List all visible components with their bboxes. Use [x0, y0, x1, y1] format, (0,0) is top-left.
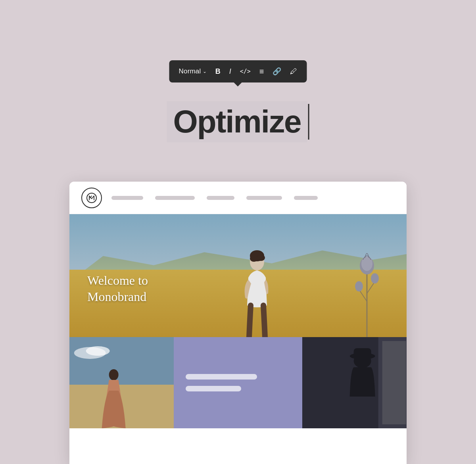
hero-person [233, 250, 281, 337]
formatting-toolbar: Normal ⌄ B I </> ≡ 🔗 🖊 [169, 60, 307, 82]
list-button[interactable]: ≡ [256, 65, 267, 79]
bottom-panel-3 [302, 337, 407, 428]
svg-point-5 [257, 255, 265, 261]
hero-title-line1: Welcome to [87, 272, 148, 289]
nav-link-1[interactable] [111, 196, 143, 200]
nav-link-3[interactable] [207, 196, 234, 200]
text-bar-2 [186, 386, 241, 391]
text-cursor [308, 104, 309, 140]
hero-image: Welcome to Monobrand [69, 214, 407, 337]
hero-plant [351, 238, 383, 337]
svg-rect-21 [382, 341, 406, 424]
link-button[interactable]: 🔗 [269, 65, 284, 78]
bold-button[interactable]: B [212, 65, 224, 78]
logo-icon [86, 192, 97, 203]
italic-button[interactable]: I [226, 65, 234, 78]
svg-rect-24 [353, 348, 371, 358]
nav-links [111, 196, 395, 200]
panel3-image [302, 337, 407, 428]
svg-point-4 [250, 255, 258, 262]
chevron-down-icon: ⌄ [203, 69, 207, 74]
svg-point-0 [87, 193, 96, 203]
text-bar-1 [186, 374, 257, 380]
hero-title-line2: Monobrand [87, 289, 148, 305]
nav-link-5[interactable] [294, 196, 318, 200]
svg-line-7 [359, 290, 367, 301]
bottom-panel-2 [174, 337, 302, 428]
svg-rect-14 [69, 337, 174, 385]
svg-point-18 [109, 369, 119, 380]
svg-point-11 [355, 281, 363, 291]
browser-navbar [69, 182, 407, 214]
nav-link-4[interactable] [246, 196, 282, 200]
code-button[interactable]: </> [237, 65, 254, 77]
hero-title: Welcome to Monobrand [87, 272, 148, 305]
svg-point-12 [371, 273, 379, 284]
bottom-panel-1 [69, 337, 174, 428]
browser-preview: Welcome to Monobrand [69, 182, 407, 464]
svg-line-8 [367, 282, 375, 293]
hero-section: Welcome to Monobrand [69, 214, 407, 337]
heading-area: Optimize [167, 101, 309, 142]
text-style-dropdown[interactable]: Normal ⌄ [176, 65, 210, 78]
svg-point-10 [361, 257, 372, 271]
extra-button[interactable]: 🖊 [287, 65, 300, 78]
bottom-section [69, 337, 407, 428]
svg-point-17 [86, 346, 110, 356]
heading-text[interactable]: Optimize [167, 101, 307, 142]
panel1-image [69, 337, 174, 428]
brand-logo [81, 188, 102, 208]
nav-link-2[interactable] [155, 196, 195, 200]
text-style-label: Normal [179, 67, 201, 75]
page-wrapper: Normal ⌄ B I </> ≡ 🔗 🖊 Optimize [0, 0, 476, 464]
